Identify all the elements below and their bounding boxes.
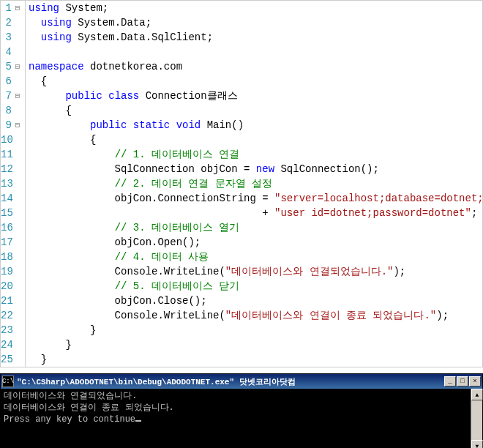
code-line[interactable]: + "user id=dotnet;password=dotnet";: [29, 206, 482, 220]
line-number: 12: [1, 162, 22, 176]
line-number: 18: [1, 250, 22, 264]
code-line[interactable]: Console.WriteLine("데이터베이스와 연결이 종료 되었습니다.…: [29, 308, 482, 323]
console-output[interactable]: 데이터베이스와 연결되었습니다.데이터베이스와 연결이 종료 되었습니다.Pre…: [1, 389, 482, 448]
code-line[interactable]: // 3. 데이터베이스 열기: [29, 220, 482, 235]
code-line[interactable]: objCon.ConnectionString = "server=localh…: [29, 191, 482, 206]
fold-icon[interactable]: ⊟: [13, 59, 22, 74]
code-line[interactable]: SqlConnection objCon = new SqlConnection…: [29, 162, 482, 176]
line-number: 19: [1, 264, 22, 279]
line-number: 11: [1, 147, 22, 162]
line-number: 20: [1, 279, 22, 294]
line-number: 3: [1, 30, 22, 45]
code-line[interactable]: [29, 45, 482, 59]
code-line[interactable]: {: [29, 74, 482, 89]
code-line[interactable]: using System.Data.SqlClient;: [29, 30, 482, 45]
code-line[interactable]: // 1. 데이터베이스 연결: [29, 147, 482, 162]
console-line: 데이터베이스와 연결되었습니다.: [4, 390, 479, 402]
code-area[interactable]: using System; using System.Data; using S…: [26, 1, 482, 367]
console-window: C:\ "C:\CSharp\ADODOTNET\bin\Debug\ADODO…: [0, 373, 483, 448]
line-number: 25: [1, 352, 22, 367]
line-number: 23: [1, 323, 22, 337]
code-line[interactable]: public class Connection클래스: [29, 89, 482, 103]
code-editor[interactable]: 1⊟2345⊟67⊟89⊟101112131415161718192021222…: [0, 0, 483, 367]
scroll-down-button[interactable]: ▼: [471, 440, 483, 448]
code-line[interactable]: // 5. 데이터베이스 닫기: [29, 279, 482, 294]
console-icon: C:\: [2, 376, 14, 387]
line-number: 13: [1, 176, 22, 191]
code-line[interactable]: {: [29, 132, 482, 147]
line-number: 14: [1, 191, 22, 206]
code-line[interactable]: // 2. 데이터 연결 문자열 설정: [29, 176, 482, 191]
window-buttons: _ □ ×: [444, 376, 481, 387]
code-line[interactable]: objCon.Open();: [29, 235, 482, 250]
code-line[interactable]: }: [29, 352, 482, 367]
vertical-scrollbar[interactable]: ▲ ▼: [471, 389, 482, 448]
code-line[interactable]: objCon.Close();: [29, 294, 482, 308]
line-number: 1⊟: [1, 1, 22, 15]
code-line[interactable]: Console.WriteLine("데이터베이스와 연결되었습니다.");: [29, 264, 482, 279]
line-number: 24: [1, 337, 22, 352]
code-line[interactable]: {: [29, 103, 482, 118]
maximize-button[interactable]: □: [457, 376, 468, 387]
fold-icon[interactable]: ⊟: [13, 1, 22, 15]
line-number: 9⊟: [1, 118, 22, 132]
line-number: 21: [1, 294, 22, 308]
code-line[interactable]: namespace dotnetkorea.com: [29, 59, 482, 74]
close-button[interactable]: ×: [469, 376, 481, 387]
line-number: 4: [1, 45, 22, 59]
minimize-button[interactable]: _: [444, 376, 456, 387]
console-titlebar[interactable]: C:\ "C:\CSharp\ADODOTNET\bin\Debug\ADODO…: [1, 374, 482, 389]
scroll-up-button[interactable]: ▲: [471, 389, 483, 400]
fold-icon[interactable]: ⊟: [13, 89, 22, 103]
console-line: 데이터베이스와 연결이 종료 되었습니다.: [4, 402, 479, 414]
code-line[interactable]: public static void Main(): [29, 118, 482, 132]
line-number: 5⊟: [1, 59, 22, 74]
code-line[interactable]: }: [29, 323, 482, 337]
line-number: 15: [1, 206, 22, 220]
line-number: 6: [1, 74, 22, 89]
cursor: [135, 420, 141, 422]
line-number: 10: [1, 132, 22, 147]
code-line[interactable]: // 4. 데이터 사용: [29, 250, 482, 264]
fold-icon[interactable]: ⊟: [13, 118, 22, 132]
console-title: "C:\CSharp\ADODOTNET\bin\Debug\ADODOTNET…: [17, 376, 444, 387]
code-line[interactable]: using System;: [29, 1, 482, 15]
line-gutter: 1⊟2345⊟67⊟89⊟101112131415161718192021222…: [1, 1, 26, 367]
code-line[interactable]: using System.Data;: [29, 15, 482, 30]
line-number: 2: [1, 15, 22, 30]
line-number: 7⊟: [1, 89, 22, 103]
line-number: 22: [1, 308, 22, 323]
code-line[interactable]: }: [29, 337, 482, 352]
console-line: Press any key to continue: [4, 414, 479, 425]
line-number: 17: [1, 235, 22, 250]
line-number: 8: [1, 103, 22, 118]
line-number: 16: [1, 220, 22, 235]
